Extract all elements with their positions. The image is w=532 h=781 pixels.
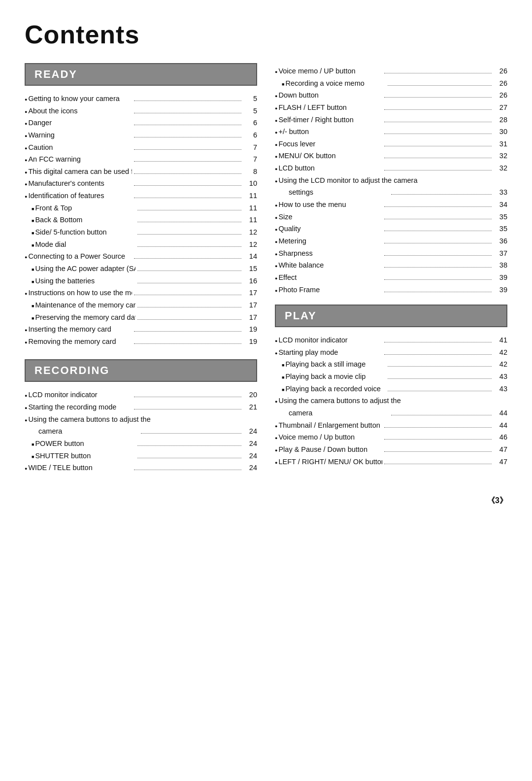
item-text: ●Voice memo / Up button <box>275 431 382 443</box>
dot-leader <box>384 231 492 231</box>
item-text: ●Danger <box>25 117 132 129</box>
item-text: ■Front & Top <box>25 202 135 214</box>
list-item: ●Danger6 <box>25 117 257 129</box>
item-text: ●Getting to know your camera <box>25 93 132 105</box>
ready-list: ●Getting to know your camera5●About the … <box>25 93 257 347</box>
item-text: ●FLASH / LEFT button <box>275 102 382 114</box>
dot-leader <box>384 267 492 268</box>
list-item: ●Self-timer / Right button28 <box>275 114 507 126</box>
list-item: ●LCD monitor indicator41 <box>275 334 507 346</box>
dot-leader <box>388 366 492 367</box>
page-number: 24 <box>243 450 257 462</box>
page-number: 19 <box>243 323 257 336</box>
page-number: 24 <box>243 462 257 474</box>
dot-leader <box>134 125 241 125</box>
item-text: ●+/- button <box>275 126 382 138</box>
item-text: ●About the icons <box>25 105 132 117</box>
item-text: ●WIDE / TELE button <box>25 462 132 474</box>
item-text: ■SHUTTER button <box>25 450 135 462</box>
list-item: ●Voice memo / Up button46 <box>275 431 507 443</box>
left-column: READY ●Getting to know your camera5●Abou… <box>25 63 257 486</box>
dot-leader <box>134 113 241 113</box>
list-item: settings33 <box>275 186 507 199</box>
page-number: 6 <box>243 129 257 141</box>
list-item: ●Using the camera buttons to adjust the <box>275 395 507 407</box>
page-number: 6 <box>243 117 257 129</box>
ready-section: READY ●Getting to know your camera5●Abou… <box>25 63 257 347</box>
list-item: ●Identification of features11 <box>25 190 257 202</box>
recording-list: ●LCD monitor indicator20●Starting the re… <box>25 389 257 474</box>
page-number: 41 <box>494 334 507 346</box>
list-item: ●Voice memo / UP button26 <box>275 65 507 77</box>
page-number: 15 <box>243 263 257 275</box>
page-number: 38 <box>494 259 507 272</box>
page-number: 11 <box>243 190 257 202</box>
item-text: ●Down button <box>275 89 382 102</box>
item-text: ●MENU/ OK button <box>275 150 382 162</box>
page-number: 5 <box>243 105 257 117</box>
item-text: ●Identification of features <box>25 190 132 202</box>
list-item: ●Using the camera buttons to adjust the <box>25 413 257 426</box>
dot-leader <box>391 415 492 415</box>
item-text: ●Photo Frame <box>275 284 382 296</box>
item-text: ●LCD monitor indicator <box>25 389 132 401</box>
item-text: ■Recording a voice memo <box>275 77 386 90</box>
right-column: ●Voice memo / UP button26■Recording a vo… <box>275 63 507 486</box>
page-number: 35 <box>494 211 507 223</box>
list-item: ●Metering36 <box>275 235 507 247</box>
page-number: 39 <box>494 284 507 296</box>
list-item: ●Starting play mode42 <box>275 346 507 359</box>
list-item: camera44 <box>275 407 507 419</box>
dot-leader <box>388 391 492 391</box>
page-number: 44 <box>494 419 507 432</box>
play-section: PLAY ●LCD monitor indicator41●Starting p… <box>275 305 507 468</box>
item-text: ●Using the camera buttons to adjust the <box>25 413 257 426</box>
page-number: 12 <box>243 238 257 251</box>
page-number: 34 <box>494 199 507 211</box>
page-number: 35 <box>494 223 507 235</box>
list-item: ■Playing back a movie clip43 <box>275 371 507 383</box>
dot-leader <box>384 451 492 452</box>
list-item: ●Warning6 <box>25 129 257 141</box>
page-number: 17 <box>243 287 257 299</box>
list-item: ●How to use the menu34 <box>275 199 507 211</box>
dot-leader <box>384 439 492 440</box>
page-footer: 《3》 <box>25 496 507 506</box>
list-item: ●LCD button32 <box>275 162 507 174</box>
item-text: ■Maintenance of the memory card <box>25 299 135 311</box>
list-item: ■SHUTTER button24 <box>25 450 257 462</box>
page-number: 46 <box>494 431 507 443</box>
page-number: 26 <box>494 77 507 90</box>
dot-leader <box>384 170 492 170</box>
dot-leader <box>384 109 492 110</box>
item-text: ●Self-timer / Right button <box>275 114 382 126</box>
recording-section: RECORDING ●LCD monitor indicator20●Start… <box>25 359 257 474</box>
dot-leader <box>134 198 241 198</box>
item-text: ●An FCC warning <box>25 153 132 166</box>
list-item: ●Starting the recording mode21 <box>25 401 257 413</box>
list-item: ●FLASH / LEFT button27 <box>275 102 507 114</box>
page-number: 47 <box>494 443 507 456</box>
list-item: ●Instructions on how to use the memory c… <box>25 287 257 299</box>
page-number: 43 <box>494 371 507 383</box>
list-item: ●An FCC warning7 <box>25 153 257 166</box>
list-item: ●Down button26 <box>275 89 507 102</box>
list-item: ●Effect39 <box>275 272 507 284</box>
item-text: ●Voice memo / UP button <box>275 65 382 77</box>
list-item: ■Back & Bottom11 <box>25 214 257 226</box>
dot-leader <box>384 464 492 464</box>
list-item: ■Maintenance of the memory card17 <box>25 299 257 311</box>
page-number: 27 <box>494 102 507 114</box>
dot-leader <box>137 246 241 247</box>
dot-leader <box>134 409 241 409</box>
item-text: ■Playing back a movie clip <box>275 371 386 383</box>
list-item: ●WIDE / TELE button24 <box>25 462 257 474</box>
dot-leader <box>384 158 492 158</box>
item-text: ●How to use the menu <box>275 199 382 211</box>
ready-header: READY <box>25 63 257 86</box>
item-text: ■Side/ 5-function button <box>25 226 135 238</box>
dot-leader <box>384 427 492 428</box>
page-number: 8 <box>243 166 257 178</box>
page-number: 20 <box>243 389 257 401</box>
item-text: ●Quality <box>275 223 382 235</box>
